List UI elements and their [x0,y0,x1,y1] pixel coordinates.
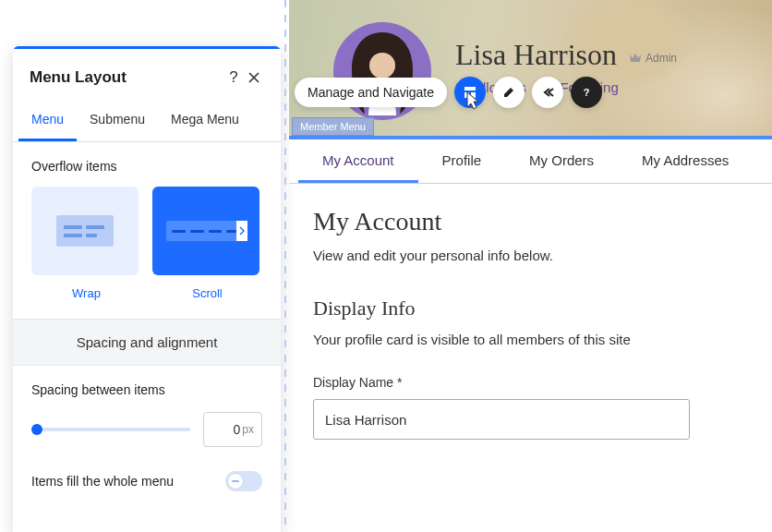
svg-text:?: ? [584,87,590,98]
panel-title: Menu Layout [30,68,223,87]
page-title: My Account [313,207,763,236]
spacing-value: 0 [234,422,241,437]
slider-thumb[interactable] [31,424,42,435]
overflow-wrap-label: Wrap [31,286,141,300]
user-name: Lisa Harrison [455,38,617,72]
svg-rect-1 [464,87,476,91]
spacing-unit: px [242,423,254,436]
preview-area: Lisa Harrison Admin 0 Followers 0 Follow… [289,0,772,532]
svg-rect-3 [471,92,476,98]
overflow-label: Overflow items [31,159,262,174]
menu-item-my-account[interactable]: My Account [298,139,418,183]
page-subtitle: View and edit your personal info below. [313,248,763,263]
tab-submenu[interactable]: Submenu [77,101,158,141]
scroll-icon [166,221,246,241]
tab-mega-menu[interactable]: Mega Menu [158,101,252,141]
close-icon[interactable] [244,67,264,88]
display-name-input[interactable]: Lisa Harrison [313,399,690,440]
spacing-label: Spacing between items [31,382,262,397]
crown-icon [629,53,642,64]
toolbar-label[interactable]: Manage and Navigate [295,78,447,107]
panel-divider [284,0,286,532]
layout-icon[interactable] [454,77,486,108]
fill-label: Items fill the whole menu [31,474,174,489]
menu-layout-panel: Menu Layout ? Menu Submenu Mega Menu Ove… [13,46,281,532]
animation-icon[interactable] [532,77,563,108]
section-desc: Your profile card is visible to all memb… [313,332,763,347]
panel-tabs: Menu Submenu Mega Menu [13,101,281,142]
editor-toolbar: Manage and Navigate ? [295,77,602,108]
role-text: Admin [645,52,677,65]
overflow-option-scroll[interactable] [152,187,259,275]
wrap-icon [56,215,114,247]
help-icon[interactable]: ? [223,67,244,88]
fill-toggle[interactable] [225,471,262,491]
svg-point-0 [369,53,395,79]
role-badge: Admin [629,52,677,65]
help-pill-icon[interactable]: ? [571,77,602,108]
menu-item-my-orders[interactable]: My Orders [505,139,618,183]
overflow-option-wrap[interactable] [31,187,139,275]
menu-item-my-addresses[interactable]: My Addresses [618,139,753,183]
svg-rect-2 [464,92,469,98]
spacing-subheader: Spacing and alignment [13,319,281,366]
edit-icon[interactable] [493,77,525,108]
tab-menu[interactable]: Menu [18,101,77,141]
display-name-value: Lisa Harrison [325,412,406,428]
member-menu-tag: Member Menu [292,117,374,136]
member-menu-bar: My Account Profile My Orders My Addresse… [289,136,772,184]
spacing-slider[interactable] [31,428,190,431]
spacing-input[interactable]: 0 px [203,412,262,447]
display-name-label: Display Name * [313,375,763,390]
menu-item-profile[interactable]: Profile [418,139,506,183]
section-title: Display Info [313,296,763,320]
overflow-scroll-label: Scroll [152,286,262,300]
